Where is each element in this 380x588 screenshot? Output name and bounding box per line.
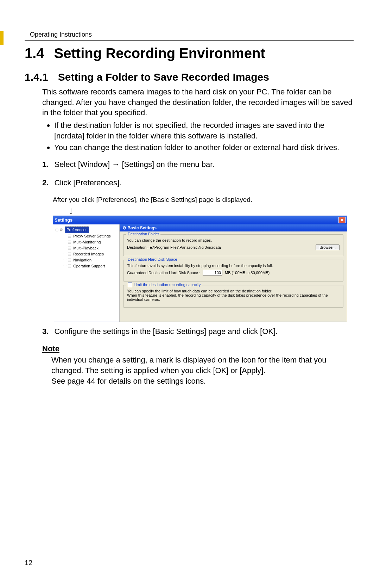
section-heading: 1.4Setting Recording Environment: [25, 45, 354, 61]
limit-desc: You can specify the limit of how much da…: [127, 289, 340, 302]
step-text: Click [Preferences].: [54, 178, 121, 187]
steps-list: 1. Select [Window] → [Settings] on the m…: [42, 159, 354, 188]
subsection-heading: 1.4.1Setting a Folder to Save Recorded I…: [25, 71, 354, 83]
bullet-list: If the destination folder is not specifi…: [54, 120, 354, 153]
arrow-icon: →: [112, 159, 120, 170]
step-text: Configure the settings in the [Basic Set…: [54, 327, 278, 336]
tree-root-label: Preferences: [65, 227, 89, 233]
step-number: 2.: [42, 178, 49, 187]
step-1: 1. Select [Window] → [Settings] on the m…: [42, 159, 354, 170]
tree-item[interactable]: ⋯ ☰ Multi-Monitoring: [62, 239, 118, 245]
settings-tree[interactable]: ⊟ ⚙ Preferences ⋯ ☰ Proxy Server Setting…: [53, 224, 120, 322]
tree-item[interactable]: ⋯ ☰ Proxy Server Settings: [62, 233, 118, 239]
disk-space-input[interactable]: [203, 270, 222, 276]
limit-checkbox[interactable]: [128, 283, 132, 287]
settings-dialog: Settings ✕ ⊟ ⚙ Preferences ⋯ ☰ Proxy Ser…: [53, 216, 347, 322]
document-page: Operating Instructions 1.4Setting Record…: [0, 0, 380, 588]
panel-title-icon: ⚙: [122, 225, 127, 230]
group-legend: Limit the destination recording capacity: [126, 283, 202, 287]
dest-folder-path: Destination : E:\Program Files\Panasonic…: [127, 245, 313, 249]
group-disk-space: Destination Hard Disk Space This feature…: [123, 260, 343, 281]
tree-root[interactable]: ⊟ ⚙ Preferences: [55, 227, 118, 233]
disk-space-desc: This feature avoids system instability b…: [127, 264, 340, 268]
pointer-arrow-icon: ↓: [69, 206, 354, 216]
group-destination-folder: Destination Folder You can change the de…: [123, 234, 343, 256]
group-limit-capacity: Limit the destination recording capacity…: [123, 285, 343, 308]
section-number: 1.4: [25, 45, 44, 61]
step-2: 2. Click [Preferences].: [42, 178, 354, 188]
panel-title: ⚙ Basic Settings: [120, 224, 347, 231]
disk-space-unit: MB (100MB to 50,000MB): [225, 271, 270, 275]
bullet-item: You can change the destination folder to…: [54, 142, 354, 153]
step-text-pre: Select [Window]: [54, 160, 110, 169]
step-2-followup: After you click [Preferences], the [Basi…: [53, 196, 354, 204]
steps-list-cont: 3. Configure the settings in the [Basic …: [42, 326, 354, 337]
note-heading: Note: [42, 344, 354, 353]
section-title: Setting Recording Environment: [54, 45, 265, 61]
browse-button[interactable]: Browse...: [316, 245, 340, 250]
disk-space-label: Guaranteed Destination Hard Disk Space :: [127, 271, 200, 275]
dialog-title: Settings: [55, 217, 72, 223]
basic-settings-panel: ⚙ Basic Settings Destination Folder You …: [120, 224, 347, 322]
dialog-body: ⊟ ⚙ Preferences ⋯ ☰ Proxy Server Setting…: [53, 224, 347, 322]
step-text-post: [Settings] on the menu bar.: [122, 160, 214, 169]
step-number: 3.: [42, 327, 49, 336]
tree-item[interactable]: ⋯ ☰ Multi-Playback: [62, 245, 118, 251]
tree-item[interactable]: ⋯ ☰ Recorded Images: [62, 251, 118, 257]
subsection-title: Setting a Folder to Save Recorded Images: [58, 71, 269, 83]
header-rule: [25, 40, 354, 41]
note-paragraph: See page 44 for details on the settings …: [51, 376, 354, 386]
disk-space-setting: Guaranteed Destination Hard Disk Space :…: [127, 270, 340, 276]
page-number: 12: [25, 559, 32, 567]
close-button[interactable]: ✕: [338, 217, 346, 223]
dialog-titlebar: Settings ✕: [53, 216, 347, 224]
bullet-item: If the destination folder is not specifi…: [54, 120, 354, 141]
tree-item[interactable]: ⋯ ☰ Navigation: [62, 257, 118, 263]
group-legend: Destination Hard Disk Space: [126, 257, 179, 261]
note-paragraph: When you change a setting, a mark is dis…: [51, 355, 354, 376]
step-3: 3. Configure the settings in the [Basic …: [42, 326, 354, 337]
running-header: Operating Instructions: [30, 31, 354, 38]
side-accent-bar: [0, 31, 4, 45]
step-number: 1.: [42, 160, 49, 169]
group-legend: Destination Folder: [126, 232, 160, 236]
dest-folder-desc: You can change the destination to record…: [127, 238, 340, 242]
intro-paragraph: This software records camera images to t…: [42, 87, 354, 118]
subsection-number: 1.4.1: [25, 71, 48, 83]
tree-item[interactable]: ⋯ ☰ Operation Support: [62, 263, 118, 269]
